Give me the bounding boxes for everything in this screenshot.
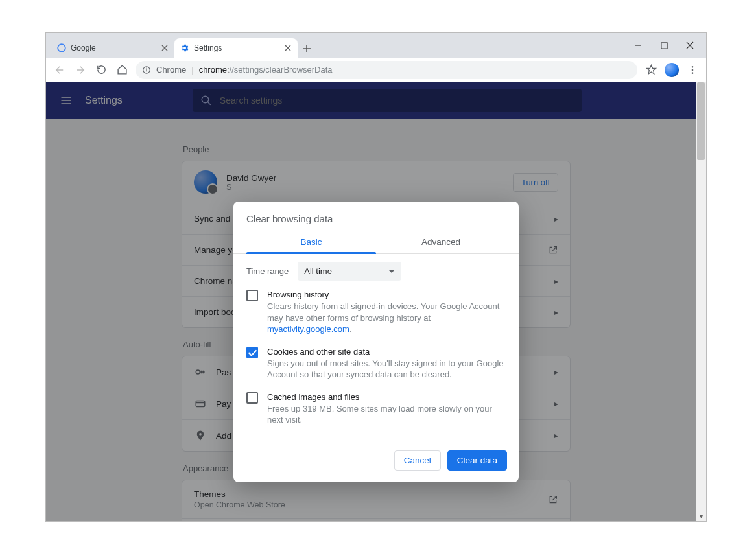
- nav-back-button[interactable]: [53, 63, 67, 77]
- omnibox[interactable]: Chrome | chrome://settings/clearBrowserD…: [136, 61, 637, 79]
- window-maximize-button[interactable]: [657, 38, 671, 52]
- scroll-down-icon[interactable]: ▾: [696, 511, 706, 521]
- tab-strip: Google Settings: [46, 33, 706, 58]
- dialog-title: Clear browsing data: [233, 202, 519, 231]
- clear-data-button[interactable]: Clear data: [447, 450, 507, 471]
- tab-google[interactable]: Google: [51, 38, 174, 58]
- time-range-label: Time range: [246, 266, 289, 276]
- time-range-select[interactable]: All time: [298, 262, 401, 281]
- svg-point-6: [692, 69, 694, 71]
- nav-forward-button[interactable]: [73, 63, 88, 77]
- window-minimize-button[interactable]: [631, 38, 645, 52]
- menu-kebab-icon[interactable]: [685, 63, 700, 77]
- tab-advanced[interactable]: Advanced: [376, 231, 506, 253]
- new-tab-button[interactable]: [298, 40, 316, 58]
- checkbox-cookies[interactable]: [246, 347, 258, 358]
- tab-title: Settings: [194, 43, 279, 52]
- option-cached-files[interactable]: Cached images and files Frees up 319 MB.…: [246, 392, 506, 426]
- browser-window: Google Settings: [45, 32, 707, 522]
- nav-reload-button[interactable]: [94, 63, 108, 77]
- tab-settings[interactable]: Settings: [174, 38, 298, 58]
- close-icon[interactable]: [160, 43, 169, 52]
- window-close-button[interactable]: [683, 38, 697, 52]
- nav-home-button[interactable]: [115, 63, 129, 77]
- svg-rect-4: [146, 67, 147, 68]
- cancel-button[interactable]: Cancel: [394, 450, 441, 471]
- bookmark-star-icon[interactable]: [644, 63, 658, 77]
- omnibox-url-path: //settings/clearBrowserData: [230, 65, 333, 75]
- security-icon: [142, 65, 151, 75]
- myactivity-link[interactable]: myactivity.google.com: [267, 324, 349, 334]
- checkbox-browsing-history[interactable]: [246, 290, 258, 301]
- option-browsing-history[interactable]: Browsing history Clears history from all…: [246, 290, 506, 335]
- browser-toolbar: Chrome | chrome://settings/clearBrowserD…: [46, 58, 706, 82]
- tab-title: Google: [71, 43, 156, 52]
- dialog-tabs: Basic Advanced: [233, 231, 519, 254]
- favicon-google: [56, 43, 67, 53]
- close-icon[interactable]: [283, 43, 292, 52]
- tab-basic[interactable]: Basic: [246, 231, 376, 253]
- svg-point-0: [58, 44, 65, 52]
- svg-rect-3: [146, 69, 147, 71]
- vertical-scrollbar[interactable]: ▾: [696, 82, 706, 521]
- scrollbar-thumb[interactable]: [697, 82, 705, 160]
- checkbox-cached-files[interactable]: [246, 392, 258, 404]
- svg-point-7: [692, 72, 694, 74]
- clear-browsing-dialog: Clear browsing data Basic Advanced Time …: [233, 202, 519, 482]
- favicon-settings-gear: [180, 43, 190, 53]
- omnibox-url-proto: chrome:: [199, 65, 230, 75]
- svg-rect-1: [661, 42, 667, 48]
- option-cookies[interactable]: Cookies and other site data Signs you ou…: [246, 347, 506, 380]
- profile-avatar-button[interactable]: [665, 63, 679, 77]
- svg-point-5: [692, 66, 694, 68]
- omnibox-chip: Chrome: [156, 65, 186, 75]
